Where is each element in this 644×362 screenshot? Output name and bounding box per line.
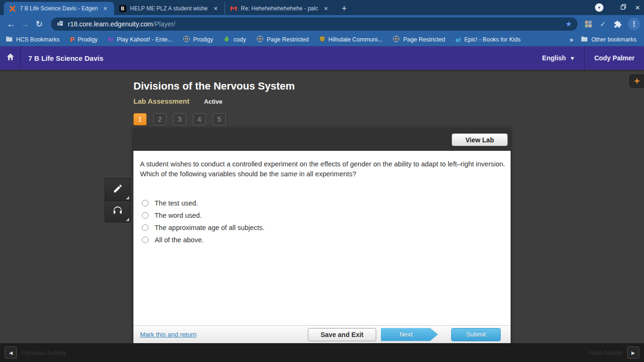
tab-title: HELP ME PLZ A student wishes t [130, 5, 208, 12]
close-window-button[interactable]: ✕ [635, 4, 640, 11]
highlighter-tool-button[interactable] [105, 179, 130, 200]
next-activity-button[interactable]: ▶ [627, 346, 639, 359]
radio-button-icon[interactable] [142, 237, 149, 243]
mark-and-return-link[interactable]: Mark this and return [140, 331, 197, 338]
globe-icon [393, 35, 400, 44]
checkmark-extension-icon[interactable]: ✓ [599, 20, 607, 28]
option-label: All of the above. [155, 236, 204, 244]
epic-e-icon: e! [455, 36, 461, 43]
kahoot-k-icon: K! [108, 37, 114, 42]
radio-button-icon[interactable] [142, 200, 149, 206]
bookmark-kahoot[interactable]: K! Play Kahoot! - Ente... [108, 36, 173, 43]
folder-icon [6, 36, 13, 43]
question-text: A student wishes to conduct a controlled… [140, 159, 507, 179]
app-header: 7 B Life Science Davis English ▾ Cody Pa… [0, 46, 644, 70]
browser-profile-icon[interactable]: ▾ [595, 3, 603, 12]
answer-option[interactable]: The test used. [142, 197, 507, 209]
radio-button-icon[interactable] [142, 224, 149, 231]
bookmark-prodigy-1[interactable]: P Prodigy [70, 36, 98, 43]
globe-icon [183, 35, 190, 44]
bookmark-hcs[interactable]: HCS Bookmarks [6, 36, 59, 43]
status-badge: Active [204, 98, 223, 105]
address-bar[interactable]: r18.core.learn.edgenuity.com/Player/ ★ [51, 17, 578, 31]
screen: 7 B Life Science Davis - Edgenuit ✕ B HE… [0, 0, 644, 362]
language-selector[interactable]: English ▾ [532, 46, 585, 70]
previous-activity-label: Previous Activity [22, 349, 66, 356]
toolbar-extensions: ✓ ⋮ [584, 18, 640, 30]
question-tab-2[interactable]: 2 [153, 113, 166, 125]
question-panel-header: View Lab [133, 129, 511, 151]
save-and-exit-button[interactable]: Save and Exit [308, 328, 376, 341]
edgenuity-x-icon [8, 5, 16, 12]
forward-icon[interactable]: → [19, 18, 31, 30]
user-name[interactable]: Cody Palmer [585, 54, 644, 62]
reload-icon[interactable]: ↻ [33, 18, 45, 30]
question-tab-3[interactable]: 3 [173, 113, 186, 125]
bookmark-epic[interactable]: e! Epic! - Books for Kids [455, 36, 520, 43]
side-plus-tab[interactable]: + [629, 74, 644, 88]
question-tab-4[interactable]: 4 [193, 113, 206, 125]
extensions-puzzle-icon[interactable] [613, 20, 622, 28]
bookmark-label: Epic! - Books for Kids [464, 36, 521, 43]
bookmark-label: Prodigy [193, 36, 213, 43]
bookmark-label: Prodigy [78, 36, 98, 43]
tab-gmail[interactable]: Re: Hehehehehehehehe - palcodi ✕ [224, 2, 335, 15]
tab-close-icon[interactable]: ✕ [322, 5, 330, 13]
restore-button[interactable] [620, 3, 627, 12]
radio-button-icon[interactable] [142, 212, 149, 219]
browser-toolbar: ← → ↻ r18.core.learn.edgenuity.com/Playe… [0, 15, 644, 33]
globe-icon [256, 35, 264, 44]
home-icon [6, 52, 15, 64]
pencil-icon [113, 183, 123, 196]
tab-edgenuity[interactable]: 7 B Life Science Davis - Edgenuit ✕ [4, 2, 114, 15]
course-title: 7 B Life Science Davis [28, 54, 103, 62]
folder-icon [581, 36, 588, 43]
lesson-content: Divisions of the Nervous System Lab Asse… [133, 70, 511, 343]
brainly-b-icon: B [119, 5, 126, 12]
new-tab-button[interactable]: + [338, 2, 351, 15]
tab-brainly[interactable]: B HELP ME PLZ A student wishes t ✕ [114, 2, 224, 15]
option-label: The word used. [155, 212, 202, 219]
question-tab-1[interactable]: 1 [133, 113, 147, 125]
bookmark-label: cody [233, 36, 246, 43]
bookmark-hillsdale[interactable]: Hillsdale Communi... [319, 35, 383, 44]
next-activity-group: Next Activity ▶ [589, 346, 639, 359]
site-info-icon[interactable] [57, 20, 64, 29]
submit-button[interactable]: Submit [451, 328, 501, 341]
next-button[interactable]: Next [381, 328, 438, 341]
bookmark-restricted-2[interactable]: Page Restricted [393, 35, 445, 44]
browser-menu-icon[interactable]: ⋮ [628, 18, 640, 30]
bookmark-prodigy-2[interactable]: Prodigy [183, 35, 213, 44]
question-tab-5[interactable]: 5 [213, 113, 226, 125]
next-activity-label: Next Activity [589, 349, 622, 356]
tab-close-icon[interactable]: ✕ [101, 5, 109, 13]
tab-close-icon[interactable]: ✕ [212, 5, 220, 13]
bookmarks-overflow-chevron-icon[interactable]: » [570, 36, 573, 43]
bookmark-star-icon[interactable]: ★ [566, 20, 572, 28]
view-lab-button[interactable]: View Lab [452, 133, 508, 146]
bookmark-label: Play Kahoot! - Ente... [117, 36, 173, 43]
url-text: r18.core.learn.edgenuity.com/Player/ [68, 20, 175, 28]
back-icon[interactable]: ← [5, 18, 17, 30]
activity-nav-bar: ◀ Previous Activity Next Activity ▶ [0, 343, 644, 362]
home-button[interactable] [0, 46, 21, 70]
bookmark-label: Other bookmarks [591, 36, 636, 43]
bookmark-label: Hillsdale Communi... [329, 36, 383, 43]
question-panel-body: A student wishes to conduct a controlled… [133, 151, 511, 325]
other-bookmarks[interactable]: Other bookmarks [581, 36, 636, 43]
bookmark-restricted-1[interactable]: Page Restricted [256, 35, 309, 44]
answer-option[interactable]: The word used. [142, 209, 507, 222]
crest-icon [319, 35, 325, 44]
prev-arrow-icon: ◀ [9, 350, 13, 355]
media-gallery-icon[interactable] [584, 20, 593, 28]
audio-tool-button[interactable] [105, 200, 130, 222]
answer-option[interactable]: All of the above. [142, 234, 507, 246]
question-panel-footer: Mark this and return Save and Exit Next … [133, 325, 511, 343]
lesson-player: + Divisions of the Nervous System Lab As… [0, 70, 644, 343]
question-panel: View Lab A student wishes to conduct a c… [133, 129, 511, 343]
tab-title: 7 B Life Science Davis - Edgenuit [20, 5, 98, 12]
answer-option[interactable]: The approximate age of all subjects. [142, 222, 507, 234]
bookmark-cody[interactable]: cody [223, 35, 246, 44]
previous-activity-button[interactable]: ◀ [5, 346, 17, 359]
lesson-subtitle: Lab Assessment Active [133, 97, 223, 105]
